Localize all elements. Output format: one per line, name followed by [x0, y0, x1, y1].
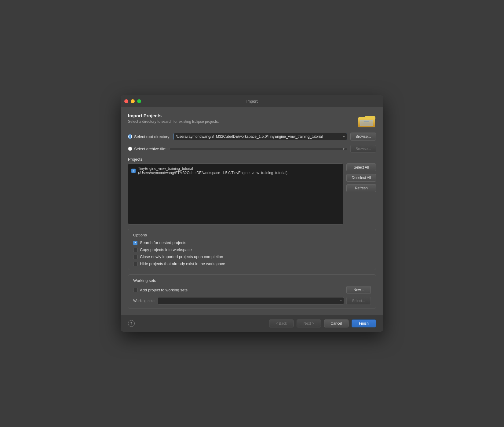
option-checkbox-1[interactable] [133, 248, 137, 252]
working-sets-section: Working sets Add project to working sets… [128, 274, 376, 309]
option-row-3: Hide projects that already exist in the … [133, 261, 371, 266]
working-sets-label: Working sets: [133, 299, 155, 303]
option-row-0: Search for nested projects [133, 240, 371, 245]
projects-list: TinyEngine_vmw_training_tutorial (/Users… [128, 163, 343, 224]
option-label-2: Close newly imported projects upon compl… [140, 254, 223, 259]
projects-section: Projects: TinyEngine_vmw_training_tutori… [128, 157, 376, 224]
footer-left: ? [128, 320, 135, 327]
new-working-set-button[interactable]: New... [346, 286, 371, 294]
archive-file-row: Select archive file: ▼ Browse... [128, 145, 376, 153]
project-name: TinyEngine_vmw_training_tutorial (/Users… [138, 166, 340, 175]
option-label-3: Hide projects that already exist in the … [140, 261, 225, 266]
maximize-button[interactable] [137, 99, 141, 103]
next-button[interactable]: Next > [297, 319, 321, 327]
footer: ? < Back Next > Cancel Finish [121, 315, 383, 332]
page-title: Import Projects [128, 113, 219, 118]
list-item[interactable]: TinyEngine_vmw_training_tutorial (/Users… [130, 165, 342, 177]
root-directory-label[interactable]: Select root directory: [128, 134, 170, 139]
titlebar: Import [121, 95, 383, 107]
archive-file-radio[interactable] [128, 147, 132, 151]
archive-input-disabled: ▼ [170, 147, 347, 150]
import-dialog: Import Import Projects Select a director… [121, 95, 383, 332]
header-text: Import Projects Select a directory to se… [128, 113, 219, 124]
finish-button[interactable]: Finish [352, 319, 376, 327]
working-sets-select-wrapper: ⌃ [158, 297, 344, 305]
root-directory-input[interactable] [173, 133, 347, 140]
options-title: Options [133, 233, 371, 237]
archive-input-container: ▼ [170, 147, 347, 150]
add-to-working-sets-label: Add project to working sets [140, 288, 188, 292]
project-side-buttons: Select All Deselect All Refresh [346, 163, 376, 192]
projects-area: TinyEngine_vmw_training_tutorial (/Users… [128, 163, 376, 224]
footer-right: < Back Next > Cancel Finish [269, 319, 376, 327]
close-button[interactable] [124, 99, 128, 103]
deselect-all-button[interactable]: Deselect All [346, 174, 376, 182]
refresh-button[interactable]: Refresh [346, 184, 376, 192]
window-controls [124, 99, 141, 103]
option-checkbox-0[interactable] [133, 241, 137, 245]
archive-dropdown-arrow-icon: ▼ [342, 147, 345, 151]
browse-archive-button: Browse... [350, 145, 376, 153]
page-subtitle: Select a directory to search for existin… [128, 119, 219, 124]
working-sets-input-row: Working sets: ⌃ Select... [133, 297, 371, 305]
add-to-working-sets-checkbox[interactable] [133, 288, 137, 292]
window-title: Import [247, 99, 258, 104]
project-checkbox[interactable] [131, 169, 136, 173]
archive-file-label[interactable]: Select archive file: [128, 147, 166, 151]
minimize-button[interactable] [131, 99, 135, 103]
cancel-button[interactable]: Cancel [324, 319, 349, 327]
projects-label: Projects: [128, 157, 376, 162]
option-row-1: Copy projects into workspace [133, 247, 371, 252]
select-all-button[interactable]: Select All [346, 163, 376, 171]
working-sets-select[interactable] [158, 297, 344, 305]
options-section: Options Search for nested projects Copy … [128, 229, 376, 270]
help-button[interactable]: ? [128, 320, 135, 327]
option-label-1: Copy projects into workspace [140, 247, 192, 252]
root-directory-row: Select root directory: ▼ Browse... [128, 133, 376, 141]
option-label-0: Search for nested projects [140, 240, 186, 245]
working-sets-add-row: Add project to working sets New... [133, 286, 371, 294]
header-section: Import Projects Select a directory to se… [128, 113, 376, 128]
back-button[interactable]: < Back [269, 319, 294, 327]
option-row-2: Close newly imported projects upon compl… [133, 254, 371, 259]
root-directory-input-container: ▼ [173, 133, 347, 140]
root-directory-radio[interactable] [128, 134, 132, 139]
browse-root-button[interactable]: Browse... [350, 133, 376, 141]
main-content: Import Projects Select a directory to se… [121, 107, 383, 315]
folder-icon [358, 113, 376, 128]
option-checkbox-2[interactable] [133, 255, 137, 259]
option-checkbox-3[interactable] [133, 262, 137, 266]
working-sets-title: Working sets [133, 278, 371, 283]
select-working-set-button[interactable]: Select... [346, 297, 371, 305]
